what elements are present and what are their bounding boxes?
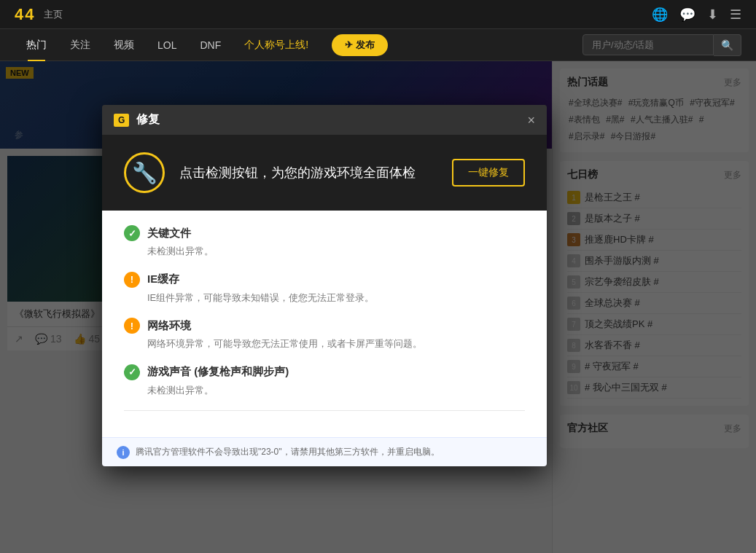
modal-info-text: 腾讯官方管理软件不会导致出现"23-0"，请禁用其他第三方软件，并重启电脑。 [136,445,440,458]
nav-personal[interactable]: 个人称号上线! [233,39,320,52]
modal-logo: G [114,114,129,127]
nav-item-video[interactable]: 视频 [102,29,146,61]
modal-header-left: G 修复 [114,112,160,128]
check-game-sound-name: 游戏声音 (修复枪声和脚步声) [147,365,289,379]
modal-info-bar: i 腾讯官方管理软件不会导致出现"23-0"，请禁用其他第三方软件，并重启电脑。 [102,437,547,466]
search-input[interactable] [582,34,714,55]
check-network-header: ! 网络环境 [124,318,525,334]
modal-body: ✓ 关键文件 未检测出异常。 ! IE缓存 IE组件异常，可能导致未知错误，使您… [102,211,547,437]
menu-icon[interactable]: ☰ [730,7,741,23]
home-label[interactable]: 主页 [44,8,63,21]
search-button[interactable]: 🔍 [714,34,741,56]
modal-close-button[interactable]: × [527,114,535,127]
check-ie-cache-name: IE缓存 [147,272,179,286]
check-key-file: ✓ 关键文件 未检测出异常。 [124,225,525,259]
nav-search: 🔍 [582,34,741,56]
top-bar-icons: 🌐 💬 ⬇ ☰ [652,7,741,23]
repair-modal: G 修复 × 🔧 点击检测按钮，为您的游戏环境全面体检 一键修复 ✓ 关键文件 [102,105,547,466]
top-bar: 44 主页 🌐 💬 ⬇ ☰ [0,0,756,29]
check-warning-icon-1: ! [124,272,140,288]
check-key-file-header: ✓ 关键文件 [124,225,525,241]
check-success-icon-1: ✓ [124,225,140,241]
check-game-sound-header: ✓ 游戏声音 (修复枪声和脚步声) [124,364,525,380]
nav-item-dnf[interactable]: DNF [188,29,233,61]
check-game-sound: ✓ 游戏声音 (修复枪声和脚步声) 未检测出异常。 [124,364,525,398]
nav-item-follow[interactable]: 关注 [58,29,102,61]
modal-banner: 🔧 点击检测按钮，为您的游戏环境全面体检 一键修复 [102,135,547,211]
download-icon[interactable]: ⬇ [707,7,718,23]
check-network-name: 网络环境 [147,319,191,333]
check-ie-cache-desc: IE组件异常，可能导致未知错误，使您无法正常登录。 [147,291,525,305]
chat-icon[interactable]: 💬 [679,7,695,23]
check-warning-icon-2: ! [124,318,140,334]
check-game-sound-desc: 未检测出异常。 [147,383,525,398]
modal-title: 修复 [136,112,160,128]
publish-button[interactable]: ✈ 发布 [332,34,388,56]
nav-item-hot[interactable]: 热门 [15,29,58,61]
modal-divider [124,410,525,411]
info-icon: i [117,446,130,459]
logo: 44 [15,5,35,24]
modal-banner-text: 点击检测按钮，为您的游戏环境全面体检 [179,164,437,181]
check-ie-cache: ! IE缓存 IE组件异常，可能导致未知错误，使您无法正常登录。 [124,272,525,305]
check-key-file-name: 关键文件 [147,227,191,240]
check-network-desc: 网络环境异常，可能导致您无法正常使用，或者卡屏严重等问题。 [147,337,525,351]
publish-label: 发布 [356,39,375,52]
modal-header: G 修复 × [102,105,547,135]
nav-bar: 热门 关注 视频 LOL DNF 个人称号上线! ✈ 发布 🔍 [0,29,756,61]
modal-overlay: G 修复 × 🔧 点击检测按钮，为您的游戏环境全面体检 一键修复 ✓ 关键文件 [0,61,756,553]
check-key-file-desc: 未检测出异常。 [147,244,525,259]
main-area: NEW 参 tAta Microsoft Flight Simulator is… [0,61,756,553]
wrench-icon: 🔧 [124,152,165,193]
publish-icon: ✈ [345,39,353,50]
nav-item-lol[interactable]: LOL [146,29,188,61]
repair-button[interactable]: 一键修复 [452,159,525,187]
globe-icon[interactable]: 🌐 [652,7,668,23]
check-success-icon-2: ✓ [124,364,140,380]
check-network: ! 网络环境 网络环境异常，可能导致您无法正常使用，或者卡屏严重等问题。 [124,318,525,351]
check-ie-cache-header: ! IE缓存 [124,272,525,288]
